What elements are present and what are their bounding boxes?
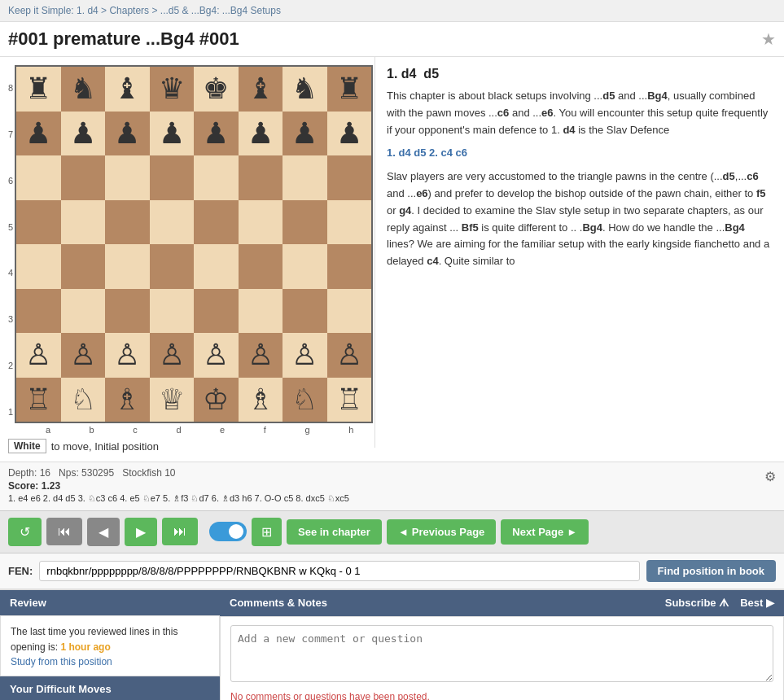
chess-cell-2-0 (16, 155, 61, 200)
chess-cell-0-4: ♚ (194, 67, 239, 112)
chess-cell-7-3: ♕ (150, 378, 195, 422)
fen-input[interactable] (39, 561, 639, 581)
next-page-button[interactable]: Next Page ► (501, 519, 589, 545)
chess-cell-3-2 (105, 200, 150, 245)
review-time: 1 hour ago (60, 641, 110, 653)
subscribe-button[interactable]: Subscribe ᗑ (665, 597, 729, 610)
chess-cell-7-1: ♘ (61, 378, 106, 422)
chess-cell-1-3: ♟ (150, 112, 195, 156)
chess-cell-5-6 (283, 289, 327, 334)
chess-cell-1-4: ♟ (194, 112, 239, 156)
rank-label-3: 3 (8, 314, 13, 324)
rank-labels: 87654321 (8, 65, 15, 435)
chess-cell-4-7 (327, 244, 372, 289)
main-content: 87654321 ♜♞♝♛♚♝♞♜♟♟♟♟♟♟♟♟♙♙♙♙♙♙♙♙♖♘♗♕♔♗♘… (0, 57, 784, 462)
chess-cell-1-0: ♟ (16, 112, 61, 156)
chess-cell-3-0 (16, 200, 61, 245)
chess-cell-4-6 (283, 244, 327, 289)
chess-cell-0-6: ♞ (283, 67, 327, 112)
chess-cell-3-3 (150, 200, 195, 245)
breadcrumb: Keep it Simple: 1. d4 > Chapters > ...d5… (0, 0, 784, 22)
text-panel: 1. d4 d5 This chapter is about black set… (374, 57, 784, 448)
depth-label: Depth: 16 (8, 467, 50, 479)
chess-cell-4-1 (61, 244, 106, 289)
chess-cell-2-7 (327, 155, 372, 200)
bottom-section: Review The last time you reviewed lines … (0, 589, 784, 701)
controls-bar: ↺ ⏮ ◀ ▶ ⏭ ⊞ See in chapter ◄ Previous Pa… (0, 510, 784, 553)
review-text: The last time you reviewed lines in this… (11, 624, 209, 655)
chess-cell-4-3 (150, 244, 195, 289)
gear-icon[interactable]: ⚙ (764, 469, 776, 484)
fen-bar: FEN: Find position in book (0, 553, 784, 589)
study-link[interactable]: Study from this position (11, 656, 112, 667)
board-wrapper: 87654321 ♜♞♝♛♚♝♞♜♟♟♟♟♟♟♟♟♙♙♙♙♙♙♙♙♖♘♗♕♔♗♘… (8, 65, 366, 435)
rank-label-1: 1 (8, 407, 13, 417)
next-move-button[interactable]: ▶ (125, 518, 157, 546)
chess-cell-6-3: ♙ (150, 333, 195, 378)
board-section: 87654321 ♜♞♝♛♚♝♞♜♟♟♟♟♟♟♟♟♙♙♙♙♙♙♙♙♖♘♗♕♔♗♘… (0, 57, 374, 462)
prev-page-button[interactable]: ◄ Previous Page (387, 519, 496, 545)
chess-cell-3-6 (283, 200, 327, 245)
chess-cell-6-2: ♙ (105, 333, 150, 378)
chess-cell-6-0: ♙ (16, 333, 61, 378)
chess-cell-4-2 (105, 244, 150, 289)
chess-cell-5-3 (150, 289, 195, 334)
chess-cell-6-4: ♙ (194, 333, 239, 378)
chess-cell-0-5: ♝ (239, 67, 283, 112)
chess-cell-2-4 (194, 155, 239, 200)
engine-score: Score: 1.23 (8, 480, 776, 492)
board-icon-button[interactable]: ⊞ (252, 518, 282, 546)
next-page-icon: ► (567, 526, 577, 538)
nps-label: Nps: 530295 (59, 467, 114, 479)
restart-button[interactable]: ↺ (8, 518, 42, 546)
see-in-chapter-button[interactable]: See in chapter (287, 519, 382, 545)
breadcrumb-link-3[interactable]: ...d5 & ...Bg4: ...Bg4 Setups (160, 5, 281, 16)
chess-cell-3-5 (239, 200, 283, 245)
rank-label-7: 7 (8, 129, 13, 139)
last-move-button[interactable]: ⏭ (162, 518, 198, 545)
prev-move-button[interactable]: ◀ (87, 518, 120, 546)
file-label-c: c (133, 425, 138, 435)
toggle-switch[interactable] (209, 522, 247, 541)
comments-header-right: Subscribe ᗑ Best ▶ (665, 597, 774, 610)
chess-cell-3-7 (327, 200, 372, 245)
chess-board: ♜♞♝♛♚♝♞♜♟♟♟♟♟♟♟♟♙♙♙♙♙♙♙♙♖♘♗♕♔♗♘♖ (15, 65, 373, 423)
chess-cell-3-1 (61, 200, 106, 245)
engine-name: Stockfish 10 (122, 467, 175, 479)
rank-label-2: 2 (8, 361, 13, 370)
chess-cell-5-2 (105, 289, 150, 334)
engine-header: Depth: 16 Nps: 530295 Stockfish 10 (8, 467, 776, 479)
move-link[interactable]: 1. d4 d5 2. c4 c6 (387, 147, 467, 159)
prev-page-label: Previous Page (412, 526, 485, 538)
review-panel: Review The last time you reviewed lines … (0, 590, 220, 701)
chess-cell-0-7: ♜ (327, 67, 372, 112)
breadcrumb-sep-1: > (101, 5, 109, 16)
breadcrumb-link-2[interactable]: Chapters (109, 5, 149, 16)
best-button[interactable]: Best ▶ (740, 597, 774, 610)
board-status: White to move, Initial position (8, 439, 366, 453)
chess-cell-1-2: ♟ (105, 112, 150, 156)
review-body: The last time you reviewed lines in this… (0, 615, 220, 676)
chess-cell-2-2 (105, 155, 150, 200)
score-value: 1.23 (42, 480, 60, 492)
file-label-g: g (304, 425, 309, 435)
chess-cell-4-0 (16, 244, 61, 289)
color-badge: White (8, 439, 46, 453)
next-page-label: Next Page (512, 526, 563, 538)
chess-cell-0-2: ♝ (105, 67, 150, 112)
find-position-button[interactable]: Find position in book (646, 560, 776, 582)
star-icon[interactable]: ★ (761, 29, 776, 49)
first-move-button[interactable]: ⏮ (46, 518, 82, 545)
chess-cell-3-4 (194, 200, 239, 245)
comment-input[interactable] (230, 625, 773, 682)
file-label-a: a (46, 425, 50, 435)
chess-cell-5-4 (194, 289, 239, 334)
rank-label-6: 6 (8, 176, 13, 186)
chess-cell-1-6: ♟ (283, 112, 327, 156)
rank-label-8: 8 (8, 83, 13, 93)
breadcrumb-link-1[interactable]: Keep it Simple: 1. d4 (8, 5, 99, 16)
status-text: to move, Initial position (51, 440, 159, 453)
text-body: This chapter is about black setups invol… (387, 88, 773, 270)
chess-cell-4-5 (239, 244, 283, 289)
fen-label: FEN: (8, 565, 33, 577)
